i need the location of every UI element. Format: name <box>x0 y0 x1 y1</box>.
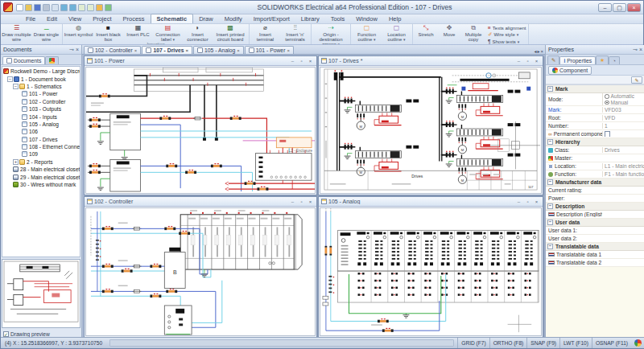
menu-project[interactable]: Project <box>87 14 117 23</box>
tree-item-schematics[interactable]: − 1 - Schematics <box>2 83 80 90</box>
menu-help[interactable]: Help <box>383 14 407 23</box>
tree-item-29-closet[interactable]: 29 - Main electrical closet <box>2 173 80 180</box>
section-user-data[interactable]: −User data <box>546 219 644 227</box>
window-titlebar[interactable]: 107 - Drives * – ▫ × <box>319 56 543 66</box>
tree-item-107-drives[interactable]: 107 - Drives <box>2 136 80 143</box>
section-description[interactable]: −Description <box>546 203 644 211</box>
scroll-tabs-left-icon[interactable]: ◂ <box>534 48 536 54</box>
ortho-toggle[interactable]: ORTHO (F8) <box>489 338 527 348</box>
menu-modify[interactable]: Modify <box>219 14 248 23</box>
close-tab-icon[interactable]: × <box>134 48 138 53</box>
mode-value[interactable]: Automatic Manual <box>602 93 644 105</box>
checkbox-checked-icon[interactable]: ✓ <box>3 331 9 337</box>
menu-library[interactable]: Library <box>295 14 325 23</box>
tree-item-109[interactable]: 109 <box>2 150 80 158</box>
component-button[interactable]: Component <box>548 66 592 75</box>
collapse-icon[interactable]: − <box>13 84 19 89</box>
section-translatable-data[interactable]: −Translatable data <box>546 243 644 251</box>
window-restore-icon[interactable]: ▫ <box>298 58 305 64</box>
menu-edit[interactable]: Edit <box>41 14 63 23</box>
insert-connector-button[interactable]: ◗ Insert connector <box>183 24 213 42</box>
tree-item-106[interactable]: 106 <box>2 128 80 135</box>
texts-alignment-button[interactable]: ≡ Texts alignment <box>488 25 526 31</box>
schematic-canvas-controller[interactable]: B <box>85 207 316 336</box>
zoom-fit-icon[interactable] <box>87 4 94 11</box>
menu-tools[interactable]: Tools <box>325 14 351 23</box>
tree-item-103-outputs[interactable]: 103 - Outputs <box>2 105 80 113</box>
insert-terminal-button[interactable]: ⌀ Insert terminal <box>250 24 280 42</box>
window-close-icon[interactable]: × <box>533 199 540 205</box>
wire-style-button[interactable]: ✐ Wire style▾ <box>488 31 526 38</box>
window-restore-icon[interactable]: ▫ <box>524 199 531 205</box>
doc-tab-102-controller[interactable]: 102 - Controller× <box>84 46 141 54</box>
location-outline-button[interactable]: ▢ Location outline ▾ <box>382 24 411 42</box>
menu-process[interactable]: Process <box>118 14 151 23</box>
edit-mark-button[interactable]: ✎ <box>631 76 642 84</box>
open-icon[interactable] <box>25 4 32 11</box>
close-icon[interactable]: × <box>76 47 79 53</box>
menu-file[interactable]: File <box>20 14 41 23</box>
close-tab-icon[interactable]: × <box>237 48 240 53</box>
insert-pcb-button[interactable]: ▩ Insert printed circuit board <box>213 24 248 42</box>
insert-black-box-button[interactable]: ■ Insert black box <box>93 24 123 42</box>
tree-item-108-ethernet[interactable]: 108 - Ethernet Connect <box>2 143 80 150</box>
schematic-canvas-power[interactable]: L2 - Enclosure <box>85 67 316 194</box>
collapse-icon[interactable]: − <box>547 244 553 249</box>
draw-single-wire-button[interactable]: ⚊ Draw single wire <box>31 24 61 42</box>
window-minimize-icon[interactable]: – <box>289 199 296 205</box>
maximize-button[interactable]: ▢ <box>613 3 626 12</box>
close-tab-icon[interactable]: × <box>186 48 189 53</box>
schematic-canvas-analog[interactable] <box>320 207 542 336</box>
window-close-icon[interactable]: × <box>307 199 314 205</box>
print-preview-icon[interactable] <box>52 4 59 11</box>
location-value[interactable]: L1 - Main electrical closet <box>602 163 644 169</box>
menu-window[interactable]: Window <box>350 14 383 23</box>
collapse-icon[interactable]: − <box>547 203 553 209</box>
mark-value[interactable]: VFD03 <box>602 107 644 113</box>
menu-schematic[interactable]: Schematic <box>151 14 194 23</box>
tree-item-101-power[interactable]: 101 - Power <box>2 90 80 97</box>
menu-view[interactable]: View <box>63 14 87 23</box>
multiple-copy-button[interactable]: ⧉ Multiple copy <box>460 24 486 45</box>
radio-manual[interactable] <box>605 101 609 105</box>
collapse-icon[interactable]: − <box>547 139 553 145</box>
insert-plc-button[interactable]: ▦ Insert PLC <box>123 24 153 42</box>
stretch-button[interactable]: ⤡ Stretch <box>414 24 438 45</box>
tab-properties[interactable]: i Properties <box>559 56 596 64</box>
root-value[interactable]: VFD <box>602 115 644 121</box>
window-close-icon[interactable]: × <box>533 58 540 64</box>
draw-multiple-wire-button[interactable]: ☰ Draw multiple wire <box>2 24 31 42</box>
show-texts-button[interactable]: ¶ Show texts▾ <box>488 39 526 44</box>
number-value[interactable]: 1 <box>602 123 644 129</box>
window-close-icon[interactable]: × <box>307 58 314 64</box>
collapse-icon[interactable]: − <box>547 86 553 92</box>
lwt-toggle[interactable]: LWT (F10) <box>559 338 592 348</box>
menu-import-export[interactable]: Import/Export <box>248 14 295 23</box>
window-restore-icon[interactable]: ▫ <box>524 58 531 64</box>
class-value[interactable]: Drives <box>602 147 644 153</box>
permanent-checkbox[interactable]: ✓ <box>605 131 610 137</box>
function-value[interactable]: F1 - Main function <box>602 171 644 177</box>
window-titlebar[interactable]: 105 - Analog – ▫ × <box>319 197 543 207</box>
function-outline-button[interactable]: ▢ Function outline ▾ <box>352 24 382 42</box>
collapse-icon[interactable]: − <box>547 220 553 225</box>
minimize-button[interactable]: – <box>598 3 612 12</box>
window-titlebar[interactable]: 101 - Power – ▫ × <box>85 56 316 66</box>
radio-automatic[interactable] <box>605 94 609 99</box>
collapse-icon[interactable]: − <box>7 76 13 82</box>
pin-icon[interactable]: ⊸ <box>69 47 74 53</box>
undo-icon[interactable] <box>60 4 68 11</box>
origin-destination-arrows-button[interactable]: ⇢ Origin - destination arrows ▾ <box>312 24 349 45</box>
collapse-icon[interactable]: − <box>547 179 553 185</box>
doc-tab-107-drives[interactable]: 107 - Drives× <box>142 46 192 54</box>
insert-symbol-button[interactable]: ◍ Insert symbol <box>64 24 93 42</box>
tab-symbols[interactable] <box>45 56 59 64</box>
doc-tab-101-power[interactable]: 101 - Power× <box>245 46 294 54</box>
section-hierarchy[interactable]: −Hierarchy <box>546 138 644 146</box>
refresh-icon[interactable] <box>105 4 112 11</box>
tree-item-105-analog[interactable]: 105 - Analog <box>2 121 80 128</box>
move-button[interactable]: ✥ Move <box>438 24 460 45</box>
title-bar[interactable]: SOLIDWORKS Electrical a64 Professional E… <box>1 1 643 14</box>
connection-label-button[interactable]: ▤ Connection label ▾ <box>153 24 183 42</box>
section-mark[interactable]: −Mark <box>546 85 644 93</box>
